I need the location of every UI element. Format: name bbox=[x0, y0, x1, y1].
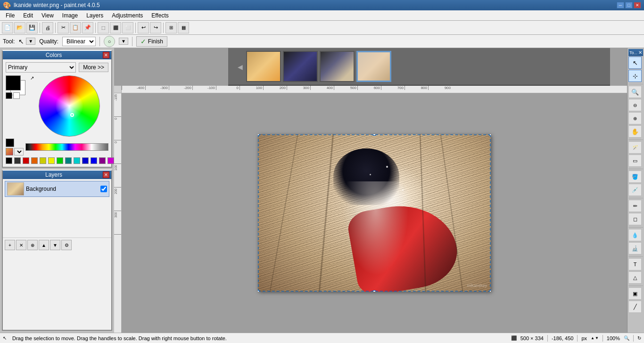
gradient-fill-button[interactable]: ▣ bbox=[628, 287, 642, 300]
menu-image[interactable]: Image bbox=[58, 11, 82, 20]
layers-panel-close[interactable]: ✕ bbox=[103, 172, 109, 178]
handle-bl[interactable] bbox=[258, 290, 259, 292]
menu-effects[interactable]: Effects bbox=[148, 11, 172, 20]
unit-up-arrow[interactable]: ▲ bbox=[591, 336, 594, 340]
copy-button[interactable]: 📋 bbox=[70, 22, 81, 33]
select-rect-button[interactable]: ▭ bbox=[628, 155, 642, 167]
handle-tr[interactable] bbox=[489, 134, 491, 136]
palette-orange[interactable] bbox=[31, 157, 38, 164]
color-picker-button1[interactable]: 💉 bbox=[628, 184, 642, 196]
move-layer-down-button[interactable]: ▼ bbox=[50, 240, 60, 250]
save-button[interactable]: 💾 bbox=[26, 22, 38, 33]
default-white-swatch[interactable] bbox=[13, 92, 20, 99]
palette-magenta[interactable] bbox=[107, 157, 114, 164]
color-bar[interactable] bbox=[25, 143, 108, 151]
move-all-button[interactable]: ⊹ bbox=[628, 70, 642, 82]
text-button[interactable]: T bbox=[628, 258, 642, 270]
move-tool-button[interactable]: ↖ bbox=[628, 57, 642, 69]
default-black-swatch[interactable] bbox=[6, 92, 12, 99]
palette-blue[interactable] bbox=[82, 157, 89, 164]
quality-select[interactable]: Bilinear bbox=[62, 37, 96, 46]
deselect-button[interactable]: ⬚ bbox=[98, 22, 109, 33]
menu-file[interactable]: File bbox=[2, 11, 18, 20]
palette-black[interactable] bbox=[6, 157, 12, 164]
paste-button[interactable]: 📌 bbox=[82, 22, 93, 33]
finish-button[interactable]: ✓ Finish bbox=[136, 36, 167, 47]
eyedropper-button[interactable]: 🔬 bbox=[628, 242, 642, 254]
swap-colors-icon[interactable]: ↗ bbox=[30, 75, 34, 81]
thumb-scroll-left[interactable]: ◀ bbox=[238, 63, 244, 70]
more-button[interactable]: More >> bbox=[79, 63, 108, 72]
handle-br[interactable] bbox=[489, 290, 491, 292]
palette-purple[interactable] bbox=[99, 157, 106, 164]
maximize-button[interactable]: □ bbox=[625, 2, 633, 8]
invert-sel-button[interactable]: ⬜ bbox=[122, 22, 133, 33]
color-mode-select[interactable]: Primary bbox=[6, 62, 76, 73]
layer-visibility-checkbox[interactable] bbox=[100, 186, 107, 192]
select-all-button[interactable]: ⬛ bbox=[110, 22, 121, 33]
palette-teal[interactable] bbox=[65, 157, 72, 164]
palette-dark[interactable] bbox=[14, 157, 21, 164]
cursor-position: -186, 450 bbox=[552, 335, 573, 341]
tool-dropdown-icon[interactable]: ▼ bbox=[26, 38, 35, 45]
duplicate-layer-button[interactable]: ⊕ bbox=[27, 240, 38, 250]
antialiasing-dropdown[interactable]: ▼ bbox=[119, 38, 128, 45]
zoom-out-button[interactable]: ⊖ bbox=[628, 99, 642, 111]
layer-properties-button[interactable]: ⚙ bbox=[61, 240, 72, 250]
redo-button[interactable]: ↪ bbox=[150, 22, 161, 33]
color-option-1[interactable] bbox=[6, 148, 13, 155]
right-panel-close[interactable]: ✕ bbox=[638, 50, 642, 55]
eraser-button[interactable]: ◻ bbox=[628, 213, 642, 225]
layer-background[interactable]: Background bbox=[5, 181, 109, 197]
zoom-in-button[interactable]: 🔍 bbox=[628, 86, 642, 98]
pan-button[interactable]: ✋ bbox=[628, 125, 642, 138]
undo-button[interactable]: ↩ bbox=[138, 22, 149, 33]
print-button[interactable]: 🖨 bbox=[42, 22, 53, 33]
open-button[interactable]: 📂 bbox=[14, 22, 25, 33]
palette-blue2[interactable] bbox=[91, 157, 97, 164]
refresh-icon[interactable]: ↻ bbox=[637, 335, 641, 341]
close-button[interactable]: ✕ bbox=[634, 2, 641, 8]
colors-panel-close[interactable]: ✕ bbox=[103, 52, 109, 58]
unit-down-arrow[interactable]: ▼ bbox=[595, 336, 599, 340]
palette-cyan[interactable] bbox=[74, 157, 80, 164]
handle-tc[interactable] bbox=[373, 134, 376, 136]
move-layer-up-button[interactable]: ▲ bbox=[39, 240, 49, 250]
color-picker-button2[interactable]: 💧 bbox=[628, 229, 642, 241]
minimize-button[interactable]: ─ bbox=[617, 2, 624, 8]
color-option-select[interactable]: ▼ bbox=[14, 148, 24, 155]
cut-button[interactable]: ✂ bbox=[58, 22, 69, 33]
zoom-icon[interactable]: 🔍 bbox=[624, 335, 629, 341]
canvas-image[interactable]: mikanskey bbox=[258, 134, 491, 292]
magic-wand-button[interactable]: 🪄 bbox=[628, 141, 642, 154]
shapes-button[interactable]: △ bbox=[628, 271, 642, 284]
thumbnail-4[interactable] bbox=[356, 51, 391, 82]
menu-layers[interactable]: Layers bbox=[83, 11, 107, 20]
antialiasing-button[interactable]: ○ bbox=[104, 36, 115, 47]
pencil-button[interactable]: ✏ bbox=[628, 200, 642, 212]
palette-yellow2[interactable] bbox=[48, 157, 55, 164]
thumbnail-2[interactable] bbox=[283, 51, 318, 82]
grid-button[interactable]: ⊞ bbox=[165, 22, 177, 33]
palette-yellow[interactable] bbox=[40, 157, 46, 164]
add-layer-button[interactable]: + bbox=[5, 240, 15, 250]
thumbnail-1[interactable] bbox=[246, 51, 281, 82]
menu-view[interactable]: View bbox=[38, 11, 58, 20]
checkers-button[interactable]: ▦ bbox=[178, 22, 189, 33]
paint-bucket-button[interactable]: 🪣 bbox=[628, 171, 642, 183]
palette-lime[interactable] bbox=[57, 157, 63, 164]
foreground-mini-swatch[interactable] bbox=[6, 139, 14, 147]
zoom-rect-button[interactable]: ⊕ bbox=[628, 112, 642, 124]
handle-tl[interactable] bbox=[258, 134, 259, 136]
new-button[interactable]: 📄 bbox=[2, 22, 13, 33]
menu-edit[interactable]: Edit bbox=[19, 11, 37, 20]
menu-adjustments[interactable]: Adjustments bbox=[108, 11, 147, 20]
handle-bc[interactable] bbox=[373, 290, 376, 292]
delete-layer-button[interactable]: ✕ bbox=[16, 240, 26, 250]
foreground-color-swatch[interactable] bbox=[6, 75, 21, 90]
thumbnail-3[interactable] bbox=[320, 51, 355, 82]
gradient-line-button[interactable]: ╱ bbox=[628, 301, 642, 313]
layers-body: Background bbox=[3, 179, 111, 200]
palette-red[interactable] bbox=[23, 157, 29, 164]
color-wheel[interactable] bbox=[39, 75, 100, 137]
